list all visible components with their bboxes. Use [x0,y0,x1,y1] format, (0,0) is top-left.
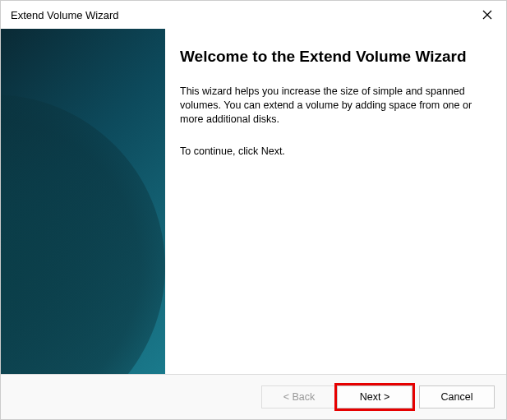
button-bar: < Back Next > Cancel [1,374,506,419]
wizard-side-graphic [1,29,165,374]
wizard-window: Extend Volume Wizard Welcome to the Exte… [0,0,507,420]
wizard-body-text: This wizard helps you increase the size … [180,85,482,127]
wizard-heading: Welcome to the Extend Volume Wizard [180,47,482,67]
back-button: < Back [261,385,337,408]
back-next-group: < Back Next > [261,385,413,408]
window-title: Extend Volume Wizard [11,9,119,21]
close-button[interactable] [468,1,506,29]
close-icon [482,10,492,20]
wizard-main-panel: Welcome to the Extend Volume Wizard This… [165,29,506,374]
content-area: Welcome to the Extend Volume Wizard This… [1,29,506,374]
wizard-continue-text: To continue, click Next. [180,145,482,157]
titlebar: Extend Volume Wizard [1,1,506,29]
cancel-button[interactable]: Cancel [419,385,495,408]
next-button[interactable]: Next > [337,385,413,408]
